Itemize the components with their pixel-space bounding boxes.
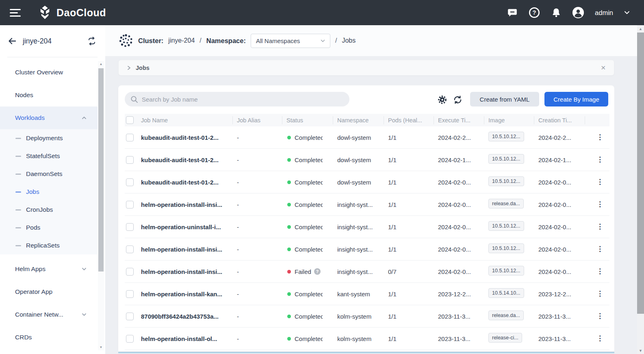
cluster-dots-icon	[119, 33, 133, 48]
row-actions-kebab-icon[interactable]: ⋮	[585, 156, 603, 163]
row-checkbox[interactable]	[126, 268, 134, 276]
refresh-icon[interactable]	[453, 95, 462, 104]
status-cell: Failed ?	[282, 268, 333, 275]
chat-icon[interactable]	[506, 7, 518, 19]
username-label[interactable]: admin	[595, 9, 613, 17]
job-name-link[interactable]: helm-operation-install-insi...	[137, 246, 233, 253]
scroll-down-icon[interactable]: ▼	[637, 347, 644, 354]
row-checkbox[interactable]	[126, 134, 134, 141]
sidebar-group-workloads[interactable]: Workloads	[0, 106, 98, 129]
row-checkbox[interactable]	[126, 245, 134, 253]
row-actions-kebab-icon[interactable]: ⋮	[585, 223, 603, 230]
col-job-alias: Job Alias	[233, 116, 282, 124]
sidebar-item-crds[interactable]: CRDs	[0, 326, 98, 349]
scroll-up-icon[interactable]: ▲	[637, 25, 644, 32]
panel-bottom-scroll-edge	[118, 352, 614, 353]
close-icon[interactable]: ✕	[601, 64, 606, 72]
sidebar-item-deployments[interactable]: Deployments	[0, 129, 98, 147]
job-name-link[interactable]: 87090bff36424a2b43753a...	[137, 313, 233, 320]
create-from-yaml-button[interactable]: Create from YAML	[470, 92, 539, 106]
user-avatar[interactable]	[572, 7, 584, 19]
col-status: Status	[282, 116, 333, 124]
sidebar-group-helm-apps[interactable]: Helm Apps	[0, 258, 98, 280]
help-icon[interactable]: ?	[528, 7, 540, 19]
status-dot-icon	[287, 225, 291, 229]
status-dot-icon	[287, 315, 291, 318]
image-chip: 10.5.10.12...	[488, 221, 524, 231]
sidebar-item-statefulsets[interactable]: StatefulSets	[0, 147, 98, 165]
gear-icon[interactable]	[437, 95, 447, 104]
brand-logo: DaoCloud	[37, 5, 106, 20]
sidebar-item-jobs[interactable]: Jobs	[0, 183, 98, 201]
table-row: helm-operation-install-insi... - Failed …	[125, 261, 609, 283]
job-name-link[interactable]: helm-operation-uninstall-i...	[137, 224, 233, 230]
row-actions-kebab-icon[interactable]: ⋮	[585, 267, 603, 275]
status-cell: Completed	[282, 335, 333, 342]
sidebar-group-container-network[interactable]: Container Netw...	[0, 303, 98, 326]
row-actions-kebab-icon[interactable]: ⋮	[585, 334, 603, 342]
dash-icon	[15, 227, 21, 228]
table-row: helm-operation-install-insi... - Complet…	[125, 193, 609, 216]
row-checkbox[interactable]	[126, 335, 134, 343]
col-pods: Pods (Heal...	[384, 116, 434, 124]
job-name-link[interactable]: helm-operation-install-ol...	[137, 335, 233, 342]
row-checkbox[interactable]	[126, 290, 134, 298]
job-name-link[interactable]: helm-operation-install-insi...	[137, 268, 233, 275]
row-actions-kebab-icon[interactable]: ⋮	[585, 133, 603, 141]
select-all-checkbox[interactable]	[126, 116, 134, 124]
row-checkbox[interactable]	[126, 201, 134, 208]
topbar: DaoCloud ? adm	[0, 0, 644, 25]
page-scrollbar-thumb[interactable]	[637, 33, 644, 314]
job-name-link[interactable]: helm-operation-install-insi...	[137, 201, 233, 208]
job-name-link[interactable]: kubeaudit-audit-test-01-2...	[137, 134, 233, 141]
notifications-bell-icon[interactable]	[550, 7, 562, 19]
row-checkbox[interactable]	[126, 223, 134, 231]
search-input[interactable]	[142, 96, 337, 103]
create-by-image-button[interactable]: Create By Image	[544, 92, 608, 106]
search-box[interactable]	[125, 92, 349, 106]
hamburger-menu-icon[interactable]	[10, 8, 22, 17]
sidebar-item-nodes[interactable]: Nodes	[0, 84, 98, 106]
sidebar-scrollbar-thumb[interactable]	[98, 68, 104, 271]
sidebar-nav: Cluster Overview Nodes Workloads Deploym…	[0, 61, 98, 349]
namespace-select[interactable]: All Namespaces	[251, 34, 330, 48]
sidebar-item-cluster-overview[interactable]: Cluster Overview	[0, 61, 98, 84]
status-cell: Completed	[282, 201, 333, 208]
job-name-link[interactable]: kubeaudit-audit-test-01-2...	[137, 179, 233, 186]
chevron-right-icon[interactable]	[126, 65, 132, 71]
row-actions-kebab-icon[interactable]: ⋮	[585, 200, 603, 208]
job-name-link[interactable]: helm-operation-install-kan...	[137, 291, 233, 298]
row-checkbox[interactable]	[126, 313, 134, 320]
sidebar-item-operator-app[interactable]: Operator App	[0, 280, 98, 303]
image-chip: release.da...	[488, 199, 524, 208]
row-actions-kebab-icon[interactable]: ⋮	[585, 245, 603, 253]
row-actions-kebab-icon[interactable]: ⋮	[585, 178, 603, 186]
row-checkbox[interactable]	[126, 156, 134, 164]
tab-jobs[interactable]: Jobs	[136, 65, 150, 71]
scroll-up-icon[interactable]: ▲	[98, 61, 104, 67]
table-row: helm-operation-install-insi... - Complet…	[125, 238, 609, 261]
scroll-down-icon[interactable]: ▼	[98, 344, 104, 350]
dash-icon	[15, 209, 21, 211]
sidebar-item-pods[interactable]: Pods	[0, 219, 98, 237]
cluster-label: Cluster:	[138, 37, 163, 45]
sidebar-scrollbar[interactable]: ▲ ▼	[98, 61, 104, 350]
page-scrollbar[interactable]: ▲ ▼	[637, 25, 644, 354]
status-cell: Completed	[282, 156, 333, 163]
row-checkbox[interactable]	[126, 178, 134, 186]
user-menu-chevron-down-icon[interactable]	[624, 9, 630, 16]
switch-cluster-icon[interactable]	[87, 37, 96, 46]
row-actions-kebab-icon[interactable]: ⋮	[585, 290, 603, 298]
sidebar-item-replicasets[interactable]: ReplicaSets	[0, 237, 98, 254]
sidebar-item-cronjobs[interactable]: CronJobs	[0, 201, 98, 219]
sidebar-item-daemonsets[interactable]: DaemonSets	[0, 165, 98, 183]
status-cell: Completed	[282, 246, 333, 253]
job-name-link[interactable]: kubeaudit-audit-test-01-2...	[137, 156, 233, 163]
row-actions-kebab-icon[interactable]: ⋮	[585, 312, 603, 320]
status-help-icon[interactable]: ?	[314, 268, 321, 275]
dash-icon	[15, 174, 21, 175]
back-arrow-icon[interactable]	[7, 36, 17, 46]
chevron-down-icon	[81, 312, 87, 317]
status-cell: Completed	[282, 134, 333, 141]
jobs-table: Job Name Job Alias Status Namespace Pods…	[125, 114, 609, 350]
